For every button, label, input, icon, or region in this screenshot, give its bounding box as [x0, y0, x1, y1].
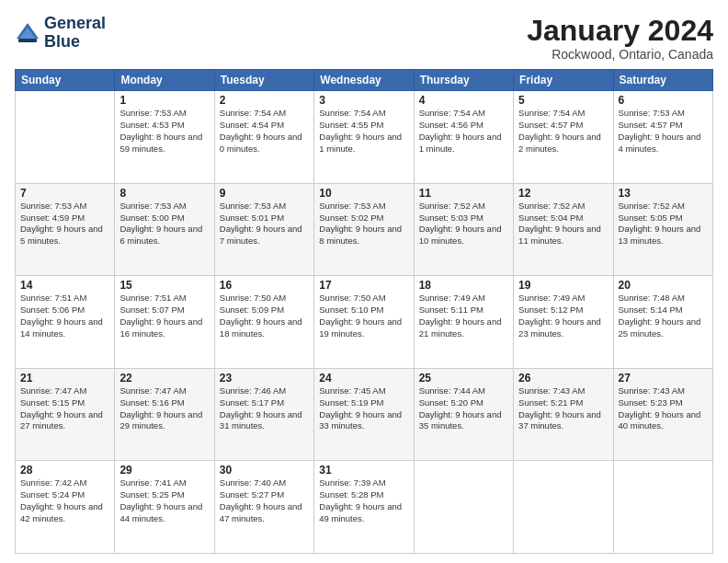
calendar-cell: 29Sunrise: 7:41 AM Sunset: 5:25 PM Dayli…	[115, 461, 214, 554]
day-number: 26	[518, 372, 608, 385]
calendar-cell: 5Sunrise: 7:54 AM Sunset: 4:57 PM Daylig…	[514, 91, 613, 184]
day-number: 8	[119, 187, 209, 200]
day-info: Sunrise: 7:54 AM Sunset: 4:55 PM Dayligh…	[319, 108, 408, 155]
calendar-cell: 24Sunrise: 7:45 AM Sunset: 5:19 PM Dayli…	[314, 368, 414, 461]
calendar-cell: 30Sunrise: 7:40 AM Sunset: 5:27 PM Dayli…	[214, 461, 313, 554]
day-info: Sunrise: 7:54 AM Sunset: 4:56 PM Dayligh…	[419, 108, 508, 155]
day-info: Sunrise: 7:50 AM Sunset: 5:09 PM Dayligh…	[220, 293, 309, 339]
day-number: 18	[419, 279, 508, 292]
logo-text: General Blue	[44, 15, 106, 52]
day-number: 29	[119, 464, 209, 477]
calendar-cell: 7Sunrise: 7:53 AM Sunset: 4:59 PM Daylig…	[16, 183, 115, 276]
day-number: 3	[319, 94, 408, 107]
calendar-cell: 22Sunrise: 7:47 AM Sunset: 5:16 PM Dayli…	[115, 368, 214, 461]
day-info: Sunrise: 7:42 AM Sunset: 5:24 PM Dayligh…	[20, 477, 109, 524]
svg-rect-2	[18, 39, 37, 42]
calendar-cell: 6Sunrise: 7:53 AM Sunset: 4:57 PM Daylig…	[613, 91, 712, 184]
day-info: Sunrise: 7:43 AM Sunset: 5:21 PM Dayligh…	[518, 385, 608, 432]
day-number: 24	[319, 372, 408, 385]
day-info: Sunrise: 7:53 AM Sunset: 5:00 PM Dayligh…	[119, 201, 209, 247]
day-info: Sunrise: 7:49 AM Sunset: 5:12 PM Dayligh…	[518, 293, 608, 339]
calendar-cell: 9Sunrise: 7:53 AM Sunset: 5:01 PM Daylig…	[214, 183, 313, 276]
header-row: Sunday Monday Tuesday Wednesday Thursday…	[16, 70, 713, 91]
calendar-cell: 20Sunrise: 7:48 AM Sunset: 5:14 PM Dayli…	[613, 276, 712, 369]
calendar-cell: 13Sunrise: 7:52 AM Sunset: 5:05 PM Dayli…	[613, 183, 712, 276]
calendar-cell: 1Sunrise: 7:53 AM Sunset: 4:53 PM Daylig…	[115, 91, 214, 184]
calendar-week-2: 7Sunrise: 7:53 AM Sunset: 4:59 PM Daylig…	[16, 183, 713, 276]
calendar-cell: 28Sunrise: 7:42 AM Sunset: 5:24 PM Dayli…	[16, 461, 115, 554]
calendar-week-4: 21Sunrise: 7:47 AM Sunset: 5:15 PM Dayli…	[16, 368, 713, 461]
calendar-cell: 27Sunrise: 7:43 AM Sunset: 5:23 PM Dayli…	[613, 368, 712, 461]
col-monday: Monday	[115, 70, 214, 91]
day-info: Sunrise: 7:43 AM Sunset: 5:23 PM Dayligh…	[619, 385, 708, 432]
day-info: Sunrise: 7:47 AM Sunset: 5:15 PM Dayligh…	[20, 385, 109, 432]
day-info: Sunrise: 7:45 AM Sunset: 5:19 PM Dayligh…	[319, 385, 408, 432]
day-info: Sunrise: 7:39 AM Sunset: 5:28 PM Dayligh…	[319, 477, 408, 524]
calendar-cell: 16Sunrise: 7:50 AM Sunset: 5:09 PM Dayli…	[214, 276, 313, 369]
calendar-cell: 3Sunrise: 7:54 AM Sunset: 4:55 PM Daylig…	[314, 91, 414, 184]
day-info: Sunrise: 7:53 AM Sunset: 5:01 PM Dayligh…	[220, 201, 309, 247]
day-number: 22	[119, 372, 209, 385]
day-info: Sunrise: 7:54 AM Sunset: 4:54 PM Dayligh…	[220, 108, 309, 155]
day-number: 11	[419, 187, 508, 200]
calendar-cell: 12Sunrise: 7:52 AM Sunset: 5:04 PM Dayli…	[514, 183, 613, 276]
calendar-cell: 15Sunrise: 7:51 AM Sunset: 5:07 PM Dayli…	[115, 276, 214, 369]
day-info: Sunrise: 7:47 AM Sunset: 5:16 PM Dayligh…	[119, 385, 209, 432]
calendar-cell: 10Sunrise: 7:53 AM Sunset: 5:02 PM Dayli…	[314, 183, 414, 276]
day-number: 2	[220, 94, 309, 107]
day-number: 12	[518, 187, 608, 200]
day-info: Sunrise: 7:53 AM Sunset: 4:57 PM Dayligh…	[619, 108, 708, 155]
day-number: 20	[619, 279, 708, 292]
header: General Blue January 2024 Rockwood, Onta…	[15, 15, 713, 62]
day-number: 13	[619, 187, 708, 200]
day-number: 9	[220, 187, 309, 200]
calendar-cell	[16, 91, 115, 184]
day-number: 17	[319, 279, 408, 292]
col-tuesday: Tuesday	[214, 70, 313, 91]
calendar-cell: 8Sunrise: 7:53 AM Sunset: 5:00 PM Daylig…	[115, 183, 214, 276]
calendar-week-5: 28Sunrise: 7:42 AM Sunset: 5:24 PM Dayli…	[16, 461, 713, 554]
calendar-cell: 18Sunrise: 7:49 AM Sunset: 5:11 PM Dayli…	[414, 276, 513, 369]
day-number: 5	[518, 94, 608, 107]
calendar-cell: 14Sunrise: 7:51 AM Sunset: 5:06 PM Dayli…	[16, 276, 115, 369]
day-number: 15	[119, 279, 209, 292]
calendar-cell: 23Sunrise: 7:46 AM Sunset: 5:17 PM Dayli…	[214, 368, 313, 461]
calendar-cell: 4Sunrise: 7:54 AM Sunset: 4:56 PM Daylig…	[414, 91, 513, 184]
calendar-cell	[613, 461, 712, 554]
day-info: Sunrise: 7:53 AM Sunset: 5:02 PM Dayligh…	[319, 201, 408, 247]
day-number: 23	[220, 372, 309, 385]
day-info: Sunrise: 7:40 AM Sunset: 5:27 PM Dayligh…	[220, 477, 309, 524]
logo-icon	[15, 20, 40, 46]
calendar-body: 1Sunrise: 7:53 AM Sunset: 4:53 PM Daylig…	[16, 91, 713, 554]
day-number: 21	[20, 372, 109, 385]
calendar-cell	[414, 461, 513, 554]
day-number: 31	[319, 464, 408, 477]
calendar-cell: 26Sunrise: 7:43 AM Sunset: 5:21 PM Dayli…	[514, 368, 613, 461]
calendar-week-3: 14Sunrise: 7:51 AM Sunset: 5:06 PM Dayli…	[16, 276, 713, 369]
day-info: Sunrise: 7:49 AM Sunset: 5:11 PM Dayligh…	[419, 293, 508, 339]
day-info: Sunrise: 7:48 AM Sunset: 5:14 PM Dayligh…	[619, 293, 708, 339]
day-number: 6	[619, 94, 708, 107]
logo: General Blue	[15, 15, 106, 52]
day-number: 4	[419, 94, 508, 107]
day-info: Sunrise: 7:46 AM Sunset: 5:17 PM Dayligh…	[220, 385, 309, 432]
col-saturday: Saturday	[613, 70, 712, 91]
day-info: Sunrise: 7:50 AM Sunset: 5:10 PM Dayligh…	[319, 293, 408, 339]
col-sunday: Sunday	[16, 70, 115, 91]
day-number: 19	[518, 279, 608, 292]
col-wednesday: Wednesday	[314, 70, 414, 91]
day-number: 1	[119, 94, 209, 107]
day-number: 25	[419, 372, 508, 385]
calendar-cell	[514, 461, 613, 554]
day-info: Sunrise: 7:52 AM Sunset: 5:03 PM Dayligh…	[419, 201, 508, 247]
day-info: Sunrise: 7:54 AM Sunset: 4:57 PM Dayligh…	[518, 108, 608, 155]
calendar-week-1: 1Sunrise: 7:53 AM Sunset: 4:53 PM Daylig…	[16, 91, 713, 184]
page: General Blue January 2024 Rockwood, Onta…	[0, 0, 728, 563]
day-info: Sunrise: 7:41 AM Sunset: 5:25 PM Dayligh…	[119, 477, 209, 524]
title-block: January 2024 Rockwood, Ontario, Canada	[527, 15, 713, 62]
col-friday: Friday	[514, 70, 613, 91]
day-number: 10	[319, 187, 408, 200]
month-title: January 2024	[527, 15, 713, 47]
day-number: 30	[220, 464, 309, 477]
calendar-cell: 11Sunrise: 7:52 AM Sunset: 5:03 PM Dayli…	[414, 183, 513, 276]
